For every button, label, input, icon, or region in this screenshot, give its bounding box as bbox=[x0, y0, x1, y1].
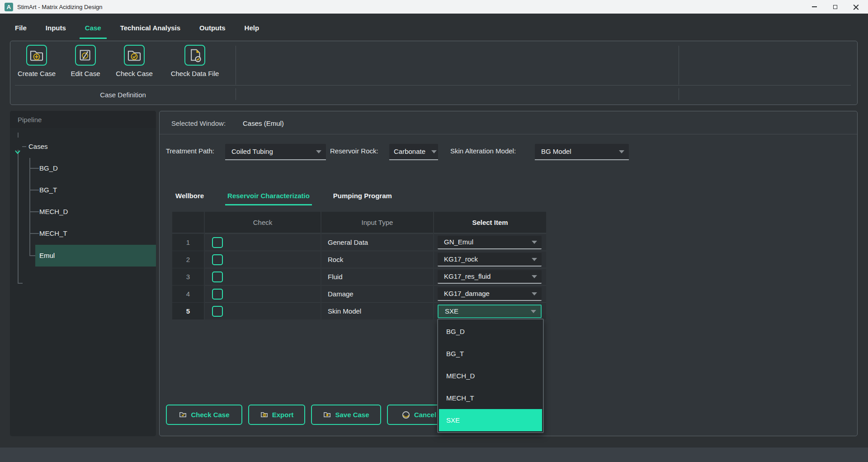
footer-actions: Check Case Export Save Case Cancel bbox=[166, 405, 451, 425]
rock-value: KG17_rock bbox=[444, 253, 478, 266]
table-row-input-cell: Fluid bbox=[321, 268, 433, 285]
chevron-down-icon bbox=[532, 292, 537, 295]
create-case-button[interactable]: Create Case bbox=[18, 45, 56, 77]
menu-bar: File Inputs Case Technical Analysis Outp… bbox=[0, 14, 868, 39]
menu-file[interactable]: File bbox=[9, 20, 32, 39]
save-case-button[interactable]: Save Case bbox=[311, 405, 381, 425]
treatment-path-label: Treatment Path: bbox=[166, 147, 214, 155]
menu-case[interactable]: Case bbox=[80, 20, 107, 39]
menu-technical-analysis[interactable]: Technical Analysis bbox=[115, 20, 186, 39]
tree-item-mech-t[interactable]: MECH_T bbox=[35, 223, 156, 244]
app-window: { "window": { "title": "StimArt - Matrix… bbox=[0, 0, 868, 462]
skin-model-value: SXE bbox=[445, 305, 458, 317]
restore-icon bbox=[833, 5, 837, 9]
chevron-down-icon[interactable] bbox=[14, 143, 21, 161]
ribbon-right-separator bbox=[679, 46, 679, 85]
tree-node-cases-label: Cases bbox=[28, 138, 48, 155]
save-case-label: Save Case bbox=[335, 411, 369, 419]
restore-button[interactable] bbox=[825, 0, 845, 14]
tree-node-cases[interactable]: Cases bbox=[10, 138, 156, 155]
check-data-file-label: Check Data File bbox=[171, 70, 219, 77]
save-case-icon bbox=[323, 410, 331, 419]
treatment-path-value: Coiled Tubing bbox=[231, 144, 273, 159]
dropdown-option-bg-d[interactable]: BG_D bbox=[439, 320, 542, 343]
dropdown-option-sxe[interactable]: SXE bbox=[439, 409, 542, 431]
chevron-down-icon bbox=[532, 258, 537, 261]
check-case-footer-button[interactable]: Check Case bbox=[166, 405, 242, 425]
menu-help[interactable]: Help bbox=[239, 20, 265, 39]
title-bar: A StimArt - Matrix Acidizing Design bbox=[0, 0, 868, 14]
check-data-file-button[interactable]: Check Data File bbox=[169, 45, 221, 77]
fluid-select[interactable]: KG17_res_fluid bbox=[438, 270, 542, 284]
tab-wellbore[interactable]: Wellbore bbox=[173, 188, 206, 205]
skin-model-select[interactable]: SXE bbox=[438, 305, 542, 318]
menu-inputs[interactable]: Inputs bbox=[40, 20, 71, 39]
tree-line bbox=[18, 133, 19, 138]
corner-header-cell bbox=[172, 212, 204, 233]
table-row-input-cell: Rock bbox=[321, 251, 433, 268]
input-type-value: Damage bbox=[321, 290, 354, 298]
check-case-label: Check Case bbox=[116, 70, 153, 77]
tab-pumping-program[interactable]: Pumping Program bbox=[331, 188, 394, 205]
tree-item-bg-d[interactable]: BG_D bbox=[35, 157, 156, 179]
table-row-check-cell bbox=[205, 268, 321, 285]
minimize-button[interactable] bbox=[804, 0, 825, 14]
selected-window-label: Selected Window: bbox=[171, 119, 226, 127]
row-number: 4 bbox=[172, 285, 204, 302]
table-row-select-cell: GN_Emul bbox=[434, 233, 546, 251]
table-row-check-cell bbox=[205, 251, 321, 268]
close-icon bbox=[853, 4, 859, 10]
tree-item-mech-d[interactable]: MECH_D bbox=[35, 201, 156, 223]
table-row-input-cell: General Data bbox=[321, 233, 433, 251]
row-4-checkbox[interactable] bbox=[212, 289, 223, 300]
input-type-value: Skin Model bbox=[321, 307, 361, 315]
check-case-button[interactable]: Check Case bbox=[115, 45, 153, 77]
export-button[interactable]: Export bbox=[248, 405, 305, 425]
skin-alteration-model-select[interactable]: BG Model bbox=[535, 144, 629, 160]
ribbon-toolbar: Create Case Edit Case Check Case bbox=[10, 41, 858, 105]
rock-select[interactable]: KG17_rock bbox=[438, 253, 542, 267]
close-button[interactable] bbox=[845, 0, 866, 14]
reservoir-rock-label: Reservoir Rock: bbox=[330, 147, 378, 155]
case-editor-panel: Selected Window: Cases (Emul) Treatment … bbox=[159, 111, 858, 436]
ribbon-group-label: Case Definition bbox=[10, 87, 236, 103]
dropdown-option-mech-d[interactable]: MECH_D bbox=[439, 365, 542, 387]
table-row-input-cell: Skin Model bbox=[321, 302, 433, 319]
export-label: Export bbox=[272, 411, 294, 419]
ribbon-group-separator bbox=[236, 46, 236, 85]
table-row-select-cell: KG17_rock bbox=[434, 251, 546, 268]
table-row-select-cell: KG17_damage bbox=[434, 285, 546, 302]
tab-reservoir-characterization[interactable]: Reservoir Characterizatio bbox=[225, 188, 312, 205]
select-item-column-header: Select Item bbox=[434, 212, 546, 233]
case-settings-row: Treatment Path: Coiled Tubing Reservoir … bbox=[160, 143, 857, 161]
table-row-check-cell bbox=[205, 302, 321, 319]
header-divider bbox=[160, 134, 857, 134]
row-5-checkbox[interactable] bbox=[212, 306, 223, 317]
dropdown-option-bg-t[interactable]: BG_T bbox=[439, 343, 542, 365]
row-number: 1 bbox=[172, 233, 204, 251]
row-2-checkbox[interactable] bbox=[212, 254, 223, 265]
tree-item-emul[interactable]: Emul bbox=[35, 245, 156, 267]
dropdown-option-mech-t[interactable]: MECH_T bbox=[439, 387, 542, 409]
input-type-value: Rock bbox=[321, 256, 343, 263]
table-row-check-cell bbox=[205, 233, 321, 251]
edit-case-button[interactable]: Edit Case bbox=[66, 45, 104, 77]
window-title: StimArt - Matrix Acidizing Design bbox=[17, 4, 103, 10]
fluid-value: KG17_res_fluid bbox=[444, 270, 491, 283]
row-3-checkbox[interactable] bbox=[212, 271, 223, 282]
reservoir-rock-value: Carbonate bbox=[394, 144, 425, 159]
taskbar-strip bbox=[0, 448, 868, 462]
treatment-path-select[interactable]: Coiled Tubing bbox=[225, 144, 326, 160]
damage-select[interactable]: KG17_damage bbox=[438, 287, 542, 301]
menu-outputs[interactable]: Outputs bbox=[194, 20, 231, 39]
input-selection-table: Check Input Type Select Item 1 General D… bbox=[172, 212, 546, 319]
tree-line bbox=[18, 150, 19, 284]
general-data-select[interactable]: GN_Emul bbox=[438, 236, 542, 249]
tree-item-bg-t[interactable]: BG_T bbox=[35, 179, 156, 201]
create-case-label: Create Case bbox=[18, 70, 56, 77]
check-data-file-icon bbox=[184, 45, 205, 66]
row-1-checkbox[interactable] bbox=[212, 237, 223, 248]
reservoir-rock-select[interactable]: Carbonate bbox=[389, 144, 438, 160]
table-row-check-cell bbox=[205, 285, 321, 302]
edit-case-icon bbox=[75, 45, 96, 66]
